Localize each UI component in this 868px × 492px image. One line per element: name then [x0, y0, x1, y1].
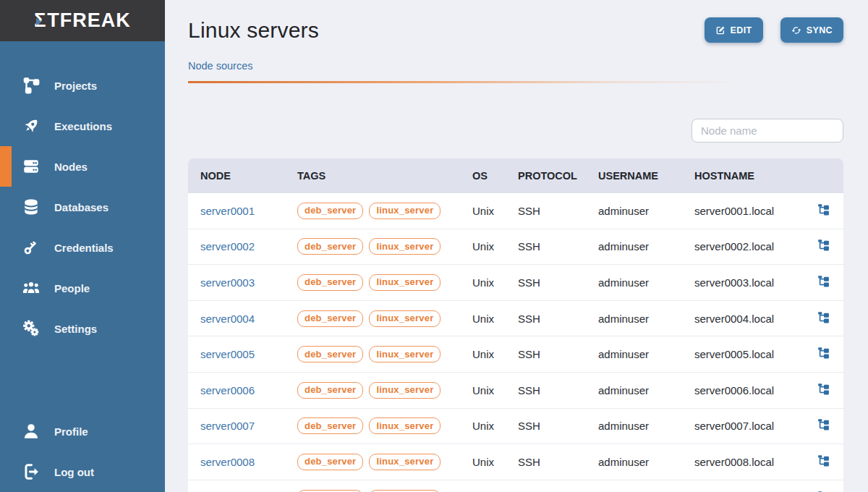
database-icon [21, 197, 41, 217]
sidebar-item[interactable]: Executions [0, 106, 165, 146]
node-name-link[interactable]: server0004 [200, 313, 255, 325]
node-name-link[interactable]: server0002 [200, 240, 255, 253]
node-name-link[interactable]: server0001 [200, 205, 255, 217]
tag-badge: linux_server [369, 274, 441, 291]
key-icon [21, 237, 41, 258]
table-row: server0005 deb_serverlinux_server Unix S… [188, 336, 843, 373]
button-label: EDIT [731, 25, 752, 35]
tab-node-sources[interactable]: Node sources [188, 60, 252, 72]
sync-icon [791, 25, 801, 35]
column-header-tags: TAGS [285, 170, 460, 182]
header-actions: EDIT SYNC [705, 17, 843, 43]
tag-badge: deb_server [297, 203, 363, 219]
action-button[interactable]: EDIT [705, 17, 763, 43]
tags-cell: deb_serverlinux_server [285, 382, 460, 399]
tag-badge: linux_server [369, 238, 441, 255]
node-name-link[interactable]: server0005 [200, 348, 255, 360]
sidebar-footer-item[interactable]: Profile [0, 411, 165, 451]
protocol-cell: SSH [506, 205, 586, 217]
tags-cell: deb_serverlinux_server [285, 346, 460, 362]
protocol-cell: SSH [506, 348, 586, 360]
node-name-link[interactable]: server0003 [200, 276, 255, 289]
table-row: server0002 deb_serverlinux_server Unix S… [188, 229, 843, 266]
sidebar-item-label: Nodes [54, 161, 88, 173]
tag-badge: linux_server [369, 490, 441, 492]
logo-sigma-mark: Σ [34, 9, 46, 32]
sidebar-item[interactable]: People [0, 268, 165, 308]
node-tree-button[interactable] [817, 383, 831, 397]
node-tree-icon [817, 239, 830, 254]
protocol-cell: SSH [506, 456, 586, 468]
tags-cell: deb_serverlinux_server [285, 417, 460, 434]
tag-badge: linux_server [369, 203, 441, 219]
action-button[interactable]: SYNC [780, 17, 843, 43]
os-cell: Unix [460, 276, 506, 289]
os-cell: Unix [460, 384, 506, 396]
username-cell: adminuser [586, 384, 682, 396]
column-header-username: USERNAME [586, 170, 682, 182]
node-tree-icon [817, 203, 830, 219]
node-name-link[interactable]: server0006 [200, 384, 255, 396]
sidebar-footer-item[interactable]: Log out [0, 451, 165, 492]
sidebar-item-label: Projects [54, 80, 97, 92]
node-tree-button[interactable] [817, 454, 831, 469]
button-label: SYNC [807, 25, 833, 35]
table-row: server0008 deb_serverlinux_server Unix S… [188, 444, 843, 480]
app-logo: ΣTFREAK [0, 0, 165, 41]
column-header-protocol: PROTOCOL [506, 170, 586, 182]
hostname-cell: server0006.local [682, 384, 804, 396]
hostname-cell: server0007.local [682, 420, 804, 432]
tags-cell: deb_serverlinux_server [285, 454, 460, 470]
tags-cell: deb_serverlinux_server [285, 203, 460, 219]
sidebar-footer: Profile Log out [0, 411, 165, 492]
node-tree-icon [817, 383, 830, 398]
username-cell: adminuser [586, 313, 682, 325]
tag-badge: linux_server [369, 454, 441, 470]
node-tree-button[interactable] [817, 419, 831, 433]
node-tree-button[interactable] [817, 347, 831, 362]
node-name-search-input[interactable] [692, 119, 843, 143]
sidebar-item[interactable]: Credentials [0, 227, 165, 268]
user-icon [21, 421, 41, 441]
logout-icon [21, 462, 41, 482]
sidebar: ΣTFREAK Projects Executions Nodes Databa… [0, 0, 165, 492]
sidebar-item[interactable]: Projects [0, 65, 165, 106]
node-tree-button[interactable] [817, 311, 831, 326]
username-cell: adminuser [586, 420, 682, 432]
node-tree-button[interactable] [817, 275, 831, 289]
sidebar-item-label: Credentials [54, 242, 114, 254]
tag-badge: deb_server [297, 490, 363, 492]
node-tree-button[interactable] [817, 203, 831, 218]
sidebar-item[interactable]: Nodes [0, 146, 165, 187]
sidebar-item[interactable]: Databases [0, 187, 165, 227]
hostname-cell: server0002.local [682, 240, 804, 253]
tag-badge: deb_server [297, 454, 363, 470]
table-row: server0001 deb_serverlinux_server Unix S… [188, 193, 843, 229]
node-tree-icon [817, 418, 830, 433]
sitemap-icon [21, 75, 41, 96]
username-cell: adminuser [586, 276, 682, 289]
tags-cell: deb_serverlinux_server [285, 310, 460, 327]
node-tree-button[interactable] [817, 239, 831, 254]
node-tree-icon [817, 311, 830, 326]
username-cell: adminuser [586, 205, 682, 217]
sidebar-item-label: Log out [54, 466, 94, 478]
os-cell: Unix [460, 205, 506, 217]
username-cell: adminuser [586, 348, 682, 360]
tab-active-underline [188, 81, 843, 83]
os-cell: Unix [460, 313, 506, 325]
table-row: server0006 deb_serverlinux_server Unix S… [188, 373, 843, 409]
logo-text: ΣTFREAK [34, 9, 131, 32]
username-cell: adminuser [586, 456, 682, 468]
tags-cell: deb_serverlinux_server [285, 490, 460, 492]
sidebar-item-label: Settings [54, 323, 97, 335]
column-header-hostname: HOSTNAME [682, 170, 804, 182]
protocol-cell: SSH [506, 420, 586, 432]
node-name-link[interactable]: server0007 [200, 420, 255, 432]
sidebar-item[interactable]: Settings [0, 308, 165, 349]
table-row: server0003 deb_serverlinux_server Unix S… [188, 265, 843, 301]
tag-badge: linux_server [369, 310, 441, 327]
sidebar-item-label: People [54, 282, 90, 294]
node-name-link[interactable]: server0008 [200, 456, 255, 468]
table-row: server0004 deb_serverlinux_server Unix S… [188, 301, 843, 337]
